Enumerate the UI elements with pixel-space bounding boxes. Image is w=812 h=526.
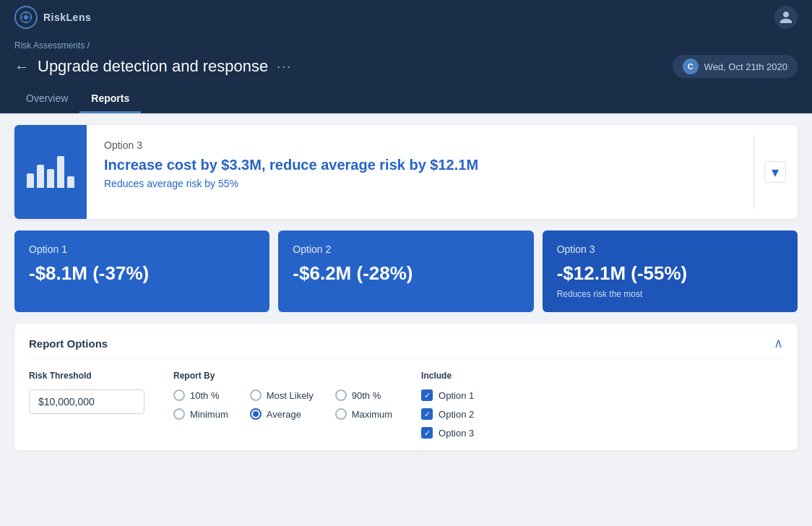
radio-90th-label: 90th % xyxy=(352,390,381,401)
radio-maximum-label: Maximum xyxy=(352,409,392,420)
sub-header: Risk Assessments / ← Upgrade detection a… xyxy=(0,35,812,85)
featured-icon-box xyxy=(14,125,87,219)
radio-90th-circle xyxy=(335,389,347,401)
radio-average-circle xyxy=(250,408,262,420)
main-content: Option 3 Increase cost by $3.3M, reduce … xyxy=(0,113,812,462)
report-by-label: Report By xyxy=(173,371,392,381)
include-checkboxes: Option 1 Option 2 Option 3 xyxy=(421,389,474,439)
logo-icon xyxy=(14,6,38,29)
logo-area: RiskLens xyxy=(14,6,91,29)
option-cards: Option 1 -$8.1M (-37%) Option 2 -$6.2M (… xyxy=(14,230,798,312)
radio-maximum-circle xyxy=(335,408,347,420)
option-card-2[interactable]: Option 2 -$6.2M (-28%) xyxy=(278,230,533,312)
date-badge: C Wed, Oct 21th 2020 xyxy=(673,55,798,78)
radio-10th-label: 10th % xyxy=(190,390,219,401)
tab-reports[interactable]: Reports xyxy=(79,85,141,113)
radio-average-label: Average xyxy=(267,409,301,420)
page-title: Upgrade detection and response xyxy=(38,57,268,76)
tabs-bar: Overview Reports xyxy=(0,85,812,113)
checkbox-option1-box xyxy=(421,389,433,401)
checkbox-option1[interactable]: Option 1 xyxy=(421,389,474,401)
radio-minimum-circle xyxy=(173,408,185,420)
radio-minimum-label: Minimum xyxy=(190,409,228,420)
radio-10th-circle xyxy=(173,389,185,401)
back-button[interactable]: ← xyxy=(14,59,29,75)
date-badge-initial: C xyxy=(683,59,699,74)
option-card-3[interactable]: Option 3 -$12.1M (-55%) Reduces risk the… xyxy=(543,230,798,312)
bar-chart-icon xyxy=(27,156,74,188)
checkbox-option3-box xyxy=(421,427,433,439)
radio-most-likely-label: Most Likely xyxy=(267,390,314,401)
featured-tag: Option 3 xyxy=(104,139,780,151)
option-3-label: Option 3 xyxy=(557,243,783,255)
featured-option-card: Option 3 Increase cost by $3.3M, reduce … xyxy=(14,125,798,219)
radio-most-likely-circle xyxy=(250,389,262,401)
tab-overview[interactable]: Overview xyxy=(14,85,79,113)
checkbox-option2-label: Option 2 xyxy=(439,409,474,420)
more-options-button[interactable]: ··· xyxy=(277,59,292,74)
option-card-1[interactable]: Option 1 -$8.1M (-37%) xyxy=(14,230,269,312)
report-by-group: Report By 10th % Minimum xyxy=(173,371,392,420)
checkbox-option2[interactable]: Option 2 xyxy=(421,408,474,420)
svg-point-1 xyxy=(24,15,28,20)
radio-minimum[interactable]: Minimum xyxy=(173,408,228,420)
user-icon-button[interactable] xyxy=(774,6,798,29)
option-1-value: -$8.1M (-37%) xyxy=(29,262,255,285)
checkbox-option3-label: Option 3 xyxy=(439,428,474,439)
option-3-sub: Reduces risk the most xyxy=(557,289,783,299)
radio-maximum[interactable]: Maximum xyxy=(335,408,392,420)
report-options-panel: Report Options ∧ Risk Threshold Report B… xyxy=(14,324,798,450)
risk-threshold-input[interactable] xyxy=(29,389,144,414)
report-options-title: Report Options xyxy=(29,337,108,350)
radio-most-likely[interactable]: Most Likely xyxy=(250,389,314,401)
risk-threshold-label: Risk Threshold xyxy=(29,371,144,381)
featured-chevron-button[interactable]: ▾ xyxy=(764,161,786,183)
radio-90th[interactable]: 90th % xyxy=(335,389,392,401)
page-title-row: ← Upgrade detection and response ··· C W… xyxy=(14,55,798,78)
report-options-body: Risk Threshold Report By 10th % Minimum xyxy=(29,371,783,439)
risk-threshold-group: Risk Threshold xyxy=(29,371,144,414)
report-by-options: 10th % Minimum Most Likely xyxy=(173,389,392,420)
include-label: Include xyxy=(421,371,474,381)
radio-average[interactable]: Average xyxy=(250,408,314,420)
option-2-value: -$6.2M (-28%) xyxy=(293,262,519,285)
date-text: Wed, Oct 21th 2020 xyxy=(704,61,787,72)
option-1-label: Option 1 xyxy=(29,243,255,255)
radio-10th[interactable]: 10th % xyxy=(173,389,228,401)
featured-divider xyxy=(753,134,754,210)
report-options-header: Report Options ∧ xyxy=(29,335,783,359)
option-3-value: -$12.1M (-55%) xyxy=(557,262,783,285)
featured-subtitle: Reduces average risk by 55% xyxy=(104,178,780,189)
top-nav: RiskLens xyxy=(0,0,812,35)
checkbox-option3[interactable]: Option 3 xyxy=(421,427,474,439)
logo-text: RiskLens xyxy=(43,12,91,23)
checkbox-option2-box xyxy=(421,408,433,420)
collapse-button[interactable]: ∧ xyxy=(774,335,783,351)
checkbox-option1-label: Option 1 xyxy=(439,390,474,401)
page-title-left: ← Upgrade detection and response ··· xyxy=(14,57,292,76)
featured-text: Option 3 Increase cost by $3.3M, reduce … xyxy=(87,125,798,219)
include-group: Include Option 1 Option 2 Option 3 xyxy=(421,371,474,439)
featured-title: Increase cost by $3.3M, reduce average r… xyxy=(104,157,780,173)
option-2-label: Option 2 xyxy=(293,243,519,255)
breadcrumb: Risk Assessments / xyxy=(14,40,798,51)
